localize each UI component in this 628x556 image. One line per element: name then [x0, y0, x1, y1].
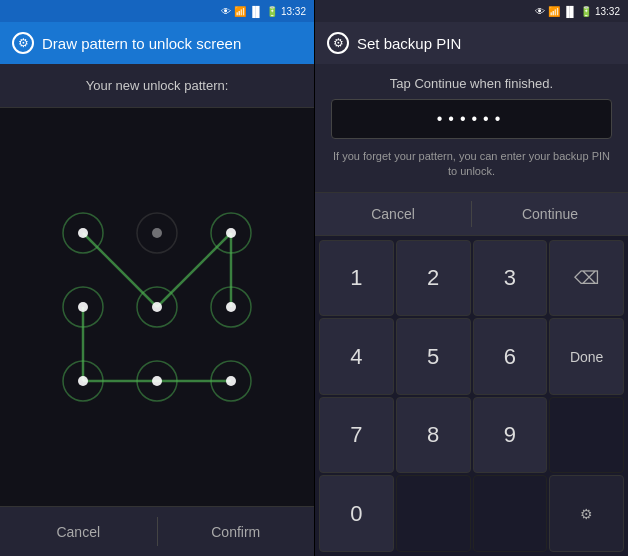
continue-button[interactable]: Continue: [472, 193, 628, 235]
battery-icon: 🔋: [266, 6, 278, 17]
svg-point-10: [152, 228, 162, 238]
left-title: Draw pattern to unlock screen: [42, 35, 241, 52]
svg-point-14: [78, 302, 88, 312]
tap-continue-text: Tap Continue when finished.: [331, 76, 612, 91]
battery-icon-right: 🔋: [580, 6, 592, 17]
eye-icon-right: 👁: [535, 6, 545, 17]
key-empty-2: [396, 475, 471, 552]
key-1[interactable]: 1: [319, 240, 394, 317]
pattern-svg: [47, 197, 267, 417]
wifi-icon-right: 📶: [548, 6, 560, 17]
svg-point-20: [78, 376, 88, 386]
pattern-subtitle: Your new unlock pattern:: [0, 64, 314, 108]
key-empty-1: [549, 397, 624, 474]
right-action-bar: Cancel Continue: [315, 192, 628, 236]
title-bar-right: ⚙ Set backup PIN: [315, 22, 628, 64]
status-bar-left: 👁 📶 ▐▌ 🔋 13:32: [0, 0, 314, 22]
left-bottom-bar: Cancel Confirm: [0, 506, 314, 556]
backspace-key[interactable]: ⌫: [549, 240, 624, 317]
left-panel: 👁 📶 ▐▌ 🔋 13:32 ⚙ Draw pattern to unlock …: [0, 0, 314, 556]
svg-point-8: [78, 228, 88, 238]
svg-point-24: [226, 376, 236, 386]
key-empty-3: [473, 475, 548, 552]
done-key[interactable]: Done: [549, 318, 624, 395]
svg-point-22: [152, 376, 162, 386]
key-0[interactable]: 0: [319, 475, 394, 552]
key-7[interactable]: 7: [319, 397, 394, 474]
signal-icon: ▐▌: [249, 6, 263, 17]
svg-point-16: [152, 302, 162, 312]
settings-icon-left: ⚙: [12, 32, 34, 54]
pin-info-area: Tap Continue when finished. •••••• If yo…: [315, 64, 628, 192]
key-6[interactable]: 6: [473, 318, 548, 395]
svg-line-1: [157, 233, 231, 307]
title-bar-left: ⚙ Draw pattern to unlock screen: [0, 22, 314, 64]
pin-display: ••••••: [331, 99, 612, 139]
key-9[interactable]: 9: [473, 397, 548, 474]
numpad: 1 2 3 ⌫ 4 5 6 Done 7 8 9 0 ⚙: [315, 236, 628, 556]
signal-icon-right: ▐▌: [563, 6, 577, 17]
backspace-icon: ⌫: [574, 267, 599, 289]
time-left: 13:32: [281, 6, 306, 17]
svg-point-12: [226, 228, 236, 238]
pattern-grid[interactable]: [47, 197, 267, 417]
key-5[interactable]: 5: [396, 318, 471, 395]
key-3[interactable]: 3: [473, 240, 548, 317]
cancel-button-right[interactable]: Cancel: [315, 193, 471, 235]
key-8[interactable]: 8: [396, 397, 471, 474]
status-bar-right: 👁 📶 ▐▌ 🔋 13:32: [315, 0, 628, 22]
confirm-button[interactable]: Confirm: [158, 507, 315, 556]
right-panel: 👁 📶 ▐▌ 🔋 13:32 ⚙ Set backup PIN Tap Cont…: [314, 0, 628, 556]
pin-hint-text: If you forget your pattern, you can ente…: [331, 149, 612, 180]
pattern-area[interactable]: [0, 108, 314, 506]
eye-icon: 👁: [221, 6, 231, 17]
key-2[interactable]: 2: [396, 240, 471, 317]
key-4[interactable]: 4: [319, 318, 394, 395]
svg-line-0: [83, 233, 157, 307]
status-icons-right: 👁 📶 ▐▌ 🔋 13:32: [535, 6, 620, 17]
status-icons-left: 👁 📶 ▐▌ 🔋 13:32: [221, 6, 306, 17]
right-title: Set backup PIN: [357, 35, 461, 52]
svg-point-18: [226, 302, 236, 312]
settings-icon-right: ⚙: [327, 32, 349, 54]
settings-numpad-key[interactable]: ⚙: [549, 475, 624, 552]
time-right: 13:32: [595, 6, 620, 17]
wifi-icon: 📶: [234, 6, 246, 17]
cancel-button-left[interactable]: Cancel: [0, 507, 157, 556]
